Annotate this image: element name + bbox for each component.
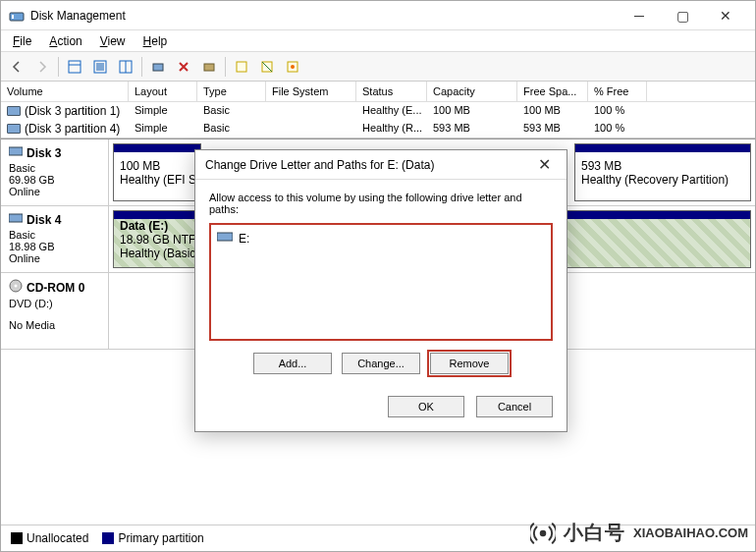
volume-list: Volume Layout Type File System Status Ca… [1,82,755,138]
toolbar-icon[interactable] [281,55,304,79]
column-header-layout[interactable]: Layout [129,82,197,101]
titlebar: Disk Management ─ ▢ ✕ [1,1,755,30]
volume-row[interactable]: (Disk 3 partition 4) Simple Basic Health… [1,120,755,138]
column-header-fs[interactable]: File System [266,82,356,101]
app-icon [9,8,25,24]
refresh-button[interactable] [146,55,170,79]
drive-letter-item[interactable]: E: [215,229,547,248]
menu-help[interactable]: Help [135,32,176,50]
toolbar-icon[interactable] [197,55,221,79]
ok-button[interactable]: OK [388,396,464,417]
cancel-button[interactable]: Cancel [476,396,553,417]
dialog-close-button[interactable]: ✕ [532,155,557,174]
toolbar-icon[interactable] [114,55,137,79]
dialog-message: Allow access to this volume by using the… [209,192,553,215]
volume-row[interactable]: (Disk 3 partition 1) Simple Basic Health… [1,102,755,120]
svg-rect-8 [153,64,163,71]
volume-icon [7,106,21,116]
svg-rect-10 [237,62,246,72]
add-button[interactable]: Add... [253,353,332,374]
forward-button[interactable] [30,55,54,79]
column-header-volume[interactable]: Volume [1,82,129,101]
column-header-type[interactable]: Type [197,82,266,101]
disk-header[interactable]: Disk 3 Basic 69.98 GB Online [1,139,109,205]
svg-point-13 [291,65,295,69]
volume-icon [7,124,21,134]
svg-rect-1 [12,15,14,19]
column-header-free[interactable]: Free Spa... [517,82,588,101]
window-title: Disk Management [30,9,618,23]
change-button[interactable]: Change... [342,353,420,374]
remove-button[interactable]: Remove [430,353,509,374]
volume-list-header: Volume Layout Type File System Status Ca… [1,82,755,102]
menubar: File Action View Help [1,30,755,52]
change-drive-letter-dialog: Change Drive Letter and Paths for E: (Da… [194,149,567,432]
close-button[interactable]: ✕ [704,2,747,29]
toolbar-icon[interactable] [230,55,253,79]
disk-icon [9,145,23,160]
legend-swatch-unallocated [11,532,23,544]
svg-rect-14 [9,147,23,155]
menu-action[interactable]: Action [41,32,89,50]
dialog-title: Change Drive Letter and Paths for E: (Da… [205,158,532,172]
menu-file[interactable]: File [5,32,39,50]
toolbar-icon[interactable] [88,55,112,79]
toolbar [1,52,755,82]
svg-rect-18 [217,233,233,241]
column-header-status[interactable]: Status [356,82,427,101]
disk-icon [9,212,23,227]
delete-icon[interactable] [172,55,195,79]
toolbar-icon[interactable] [63,55,86,79]
toolbar-icon[interactable] [255,55,279,79]
svg-rect-2 [69,61,81,73]
partition[interactable]: 593 MB Healthy (Recovery Partition) [574,143,751,201]
drive-letter-list[interactable]: E: [209,223,553,341]
disk-header[interactable]: CD-ROM 0 DVD (D:) No Media [1,273,109,349]
svg-point-17 [15,285,18,288]
back-button[interactable] [5,55,28,79]
svg-rect-15 [9,214,23,222]
menu-view[interactable]: View [92,32,134,50]
minimize-button[interactable]: ─ [618,2,661,29]
partition[interactable]: 100 MB Healthy (EFI Sys [113,143,201,201]
maximize-button[interactable]: ▢ [661,2,704,29]
svg-rect-9 [204,64,214,71]
column-header-pfree[interactable]: % Free [588,82,647,101]
column-header-capacity[interactable]: Capacity [427,82,517,101]
dialog-titlebar: Change Drive Letter and Paths for E: (Da… [195,150,567,180]
legend: Unallocated Primary partition [1,524,755,551]
disk-header[interactable]: Disk 4 Basic 18.98 GB Online [1,206,109,272]
svg-rect-5 [96,63,104,71]
legend-swatch-primary [102,532,114,544]
cdrom-icon [9,279,23,296]
drive-icon [217,231,233,246]
